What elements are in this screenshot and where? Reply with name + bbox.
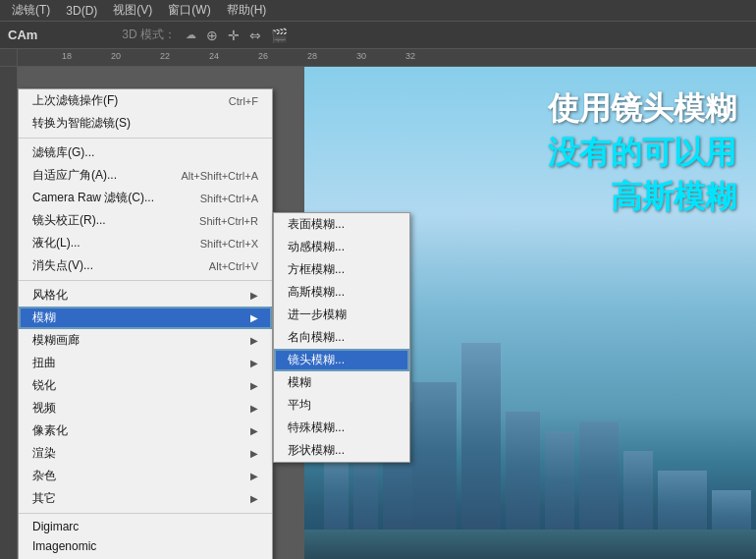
ruler-label-24: 24 <box>209 51 219 61</box>
menu-item-stylize[interactable]: 风格化 ▶ <box>19 284 272 307</box>
ruler-label-22: 22 <box>160 51 170 61</box>
menu-item-render[interactable]: 渲染 ▶ <box>19 442 272 465</box>
menu-item-distort[interactable]: 扭曲 ▶ <box>19 352 272 374</box>
text-overlay: 使用镜头模糊 没有的可以用 高斯模糊 <box>548 86 736 218</box>
text-line1: 使用镜头模糊 <box>548 86 736 131</box>
menu-item-noise[interactable]: 杂色 ▶ <box>19 465 272 487</box>
blur-special[interactable]: 特殊模糊... <box>274 417 409 439</box>
menu-item-sharpen[interactable]: 锐化 ▶ <box>19 374 272 397</box>
menu-bar: 滤镜(T) 3D(D) 视图(V) 窗口(W) 帮助(H) <box>0 0 756 22</box>
ground <box>304 530 756 559</box>
menu-item-last-filter[interactable]: 上次滤镜操作(F) Ctrl+F <box>19 89 272 112</box>
blur-further[interactable]: 进一步模糊 <box>274 304 409 326</box>
toolbar-plus-icon[interactable]: ⊕ <box>206 28 218 43</box>
blur-lens[interactable]: 镜头模糊... <box>274 349 409 371</box>
text-line2: 没有的可以用 <box>548 131 736 175</box>
main-area: 使用镜头模糊 没有的可以用 高斯模糊 上次滤镜操作(F) Ctrl+F 转换为智… <box>0 67 756 559</box>
toolbar-3d-mode: 3D 模式： <box>122 27 176 43</box>
menu-item-camera-raw[interactable]: Camera Raw 滤镜(C)... Shift+Ctrl+A <box>19 187 272 209</box>
toolbar-cross-icon[interactable]: ✛ <box>228 28 240 43</box>
ruler-label-18: 18 <box>62 51 72 61</box>
menu-filter[interactable]: 滤镜(T) <box>4 0 58 21</box>
blur-shape[interactable]: 形状模糊... <box>274 439 409 462</box>
building-center <box>461 343 501 559</box>
menu-help[interactable]: 帮助(H) <box>219 0 275 21</box>
divider-1 <box>19 138 272 139</box>
menu-item-liquify[interactable]: 液化(L)... Shift+Ctrl+X <box>19 232 272 254</box>
menu-item-digimarc[interactable]: Digimarc <box>19 517 272 536</box>
text-line3: 高斯模糊 <box>548 175 736 219</box>
blur-motion[interactable]: 动感模糊... <box>274 236 409 258</box>
menu-item-filter-gallery[interactable]: 滤镜库(G)... <box>19 141 272 164</box>
menu-item-video[interactable]: 视频 ▶ <box>19 397 272 419</box>
blur-radial[interactable]: 名向模糊... <box>274 326 409 349</box>
menu-item-adaptive-wide[interactable]: 自适应广角(A)... Alt+Shift+Ctrl+A <box>19 164 272 187</box>
blur-average[interactable]: 平均 <box>274 394 409 417</box>
menu-item-vanishing-point[interactable]: 消失点(V)... Alt+Ctrl+V <box>19 254 272 277</box>
blur-blur[interactable]: 模糊 <box>274 371 409 394</box>
ruler-label-20: 20 <box>111 51 121 61</box>
horizontal-ruler: 18 20 22 24 26 28 30 32 <box>18 49 756 67</box>
divider-3 <box>19 513 272 514</box>
ruler-label-28: 28 <box>307 51 317 61</box>
menu-3d[interactable]: 3D(D) <box>58 2 105 20</box>
divider-2 <box>19 280 272 281</box>
ruler-area: 18 20 22 24 26 28 30 32 <box>0 49 756 67</box>
menu-item-pixelate[interactable]: 像素化 ▶ <box>19 419 272 442</box>
menu-item-smart-filter[interactable]: 转换为智能滤镜(S) <box>19 112 272 135</box>
toolbar: CAm 3D 模式： ☁ ⊕ ✛ ⇔ 🎬 <box>0 22 756 49</box>
ruler-label-32: 32 <box>405 51 415 61</box>
blur-gaussian[interactable]: 高斯模糊... <box>274 281 409 304</box>
ruler-label-30: 30 <box>356 51 366 61</box>
ruler-corner <box>0 49 18 67</box>
filter-dropdown: 上次滤镜操作(F) Ctrl+F 转换为智能滤镜(S) 滤镜库(G)... 自适… <box>18 88 273 559</box>
blur-submenu: 表面模糊... 动感模糊... 方框模糊... 高斯模糊... 进一步模糊 <box>273 212 410 463</box>
menu-item-blur[interactable]: 模糊 ▶ <box>19 307 272 329</box>
menu-item-lens-correction[interactable]: 镜头校正(R)... Shift+Ctrl+R <box>19 209 272 232</box>
cam-label: CAm <box>8 28 37 42</box>
menu-item-other[interactable]: 其它 ▶ <box>19 487 272 510</box>
ruler-label-26: 26 <box>258 51 268 61</box>
toolbar-mode-icon: ☁ <box>186 28 196 41</box>
menu-view[interactable]: 视图(V) <box>105 0 160 21</box>
blur-surface[interactable]: 表面模糊... <box>274 213 409 236</box>
blur-box[interactable]: 方框模糊... <box>274 258 409 281</box>
vertical-ruler <box>0 67 18 559</box>
canvas-area: 使用镜头模糊 没有的可以用 高斯模糊 上次滤镜操作(F) Ctrl+F 转换为智… <box>18 67 756 559</box>
toolbar-video-icon[interactable]: 🎬 <box>271 28 288 43</box>
menu-window[interactable]: 窗口(W) <box>160 0 218 21</box>
menu-item-imagenomic[interactable]: Imagenomic <box>19 536 272 556</box>
menu-item-blur-gallery[interactable]: 模糊画廊 ▶ <box>19 329 272 352</box>
toolbar-arrows-icon[interactable]: ⇔ <box>249 28 261 43</box>
